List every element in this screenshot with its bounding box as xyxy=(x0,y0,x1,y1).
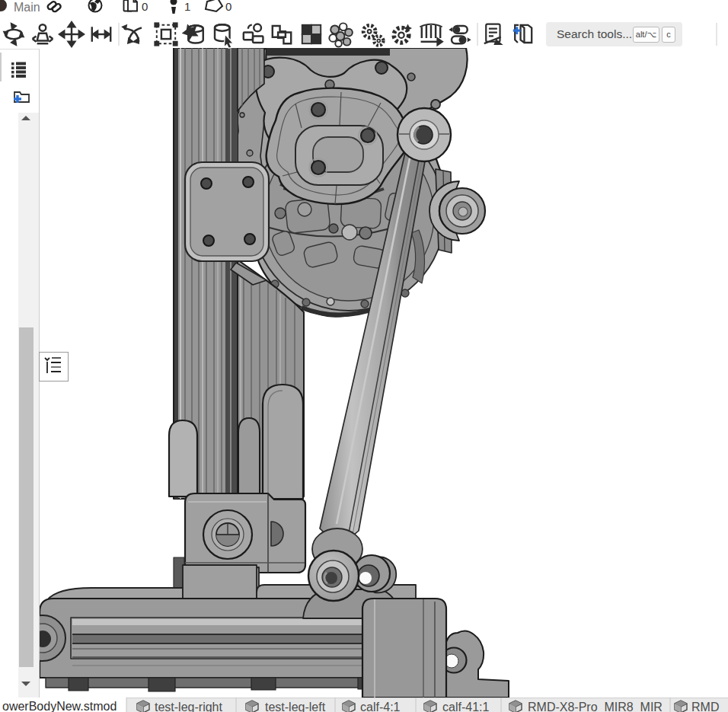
svg-text:Main: Main xyxy=(14,1,40,14)
svg-text:1: 1 xyxy=(184,0,190,13)
svg-text:0: 0 xyxy=(225,0,231,13)
svg-text:0: 0 xyxy=(142,0,148,13)
